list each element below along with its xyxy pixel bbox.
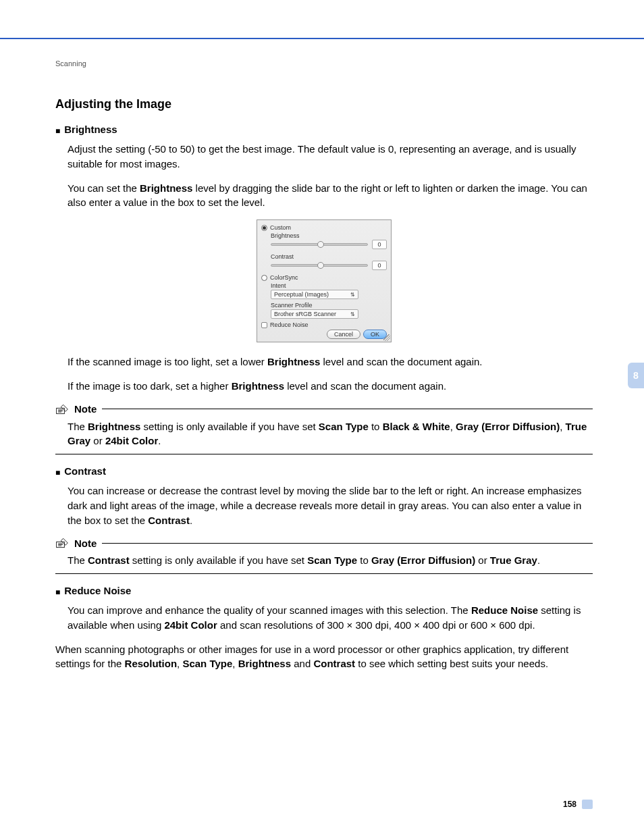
scanner-profile-value: Brother sRGB Scanner — [274, 311, 336, 317]
page-title: Adjusting the Image — [55, 97, 593, 111]
colorsync-radio-label: ColorSync — [270, 274, 298, 281]
page-number: 158 — [563, 800, 576, 809]
note-label: Note — [74, 403, 97, 415]
closing-paragraph: When scanning photographs or other image… — [55, 642, 593, 672]
scanner-profile-select[interactable]: Brother sRGB Scanner ⇅ — [271, 309, 358, 319]
updown-arrow-icon: ⇅ — [350, 292, 355, 298]
note-contrast: Note The Contrast setting is only availa… — [55, 537, 593, 574]
note-rule — [102, 409, 593, 409]
reduce-noise-p1: You can improve and enhance the quality … — [68, 603, 593, 633]
contrast-heading-text: Contrast — [64, 465, 106, 477]
reduce-noise-label: Reduce Noise — [270, 321, 308, 328]
page-number-accent — [582, 800, 593, 809]
intent-select[interactable]: Perceptual (Images) ⇅ — [271, 290, 358, 299]
contrast-slider[interactable] — [271, 264, 368, 267]
note-label: Note — [74, 538, 97, 549]
page-content: Scanning Adjusting the Image ■ Brightnes… — [0, 39, 644, 671]
square-bullet-icon: ■ — [55, 127, 60, 135]
custom-radio-label: Custom — [270, 224, 291, 231]
scanner-profile-label: Scanner Profile — [271, 302, 387, 309]
radio-dot-icon — [261, 225, 267, 231]
intent-label: Intent — [271, 282, 387, 289]
radio-dot-icon — [261, 275, 267, 281]
page-footer: 158 — [563, 800, 593, 809]
brightness-slider[interactable] — [271, 243, 368, 246]
cancel-button[interactable]: Cancel — [327, 330, 360, 339]
contrast-p1: You can increase or decrease the contras… — [68, 484, 593, 527]
resize-grip-icon — [383, 334, 390, 341]
top-border — [0, 0, 644, 39]
note-divider — [55, 454, 593, 454]
note-pencil-icon — [55, 537, 69, 549]
note-brightness: Note The Brightness setting is only avai… — [55, 403, 593, 455]
square-bullet-icon: ■ — [55, 469, 60, 477]
brightness-p3: If the scanned image is too light, set a… — [68, 355, 593, 369]
checkbox-icon — [261, 322, 267, 328]
note-divider — [55, 573, 593, 574]
note-brightness-body: The Brightness setting is only available… — [68, 419, 593, 449]
brightness-heading-text: Brightness — [64, 124, 117, 135]
intent-select-value: Perceptual (Images) — [274, 291, 329, 298]
contrast-value-input[interactable]: 0 — [372, 261, 387, 270]
brightness-slider-label: Brightness — [271, 232, 387, 239]
note-pencil-icon — [55, 403, 69, 415]
brightness-p1: Adjust the setting (-50 to 50) to get th… — [68, 142, 593, 172]
contrast-heading: ■ Contrast — [55, 465, 593, 477]
custom-radio[interactable]: Custom — [261, 224, 387, 231]
reduce-noise-heading-text: Reduce Noise — [64, 585, 131, 596]
brightness-heading: ■ Brightness — [55, 124, 593, 135]
slider-thumb-icon — [317, 262, 324, 269]
reduce-noise-checkbox[interactable]: Reduce Noise — [261, 321, 387, 328]
brightness-p2: You can set the Brightness level by drag… — [68, 181, 593, 211]
updown-arrow-icon: ⇅ — [350, 311, 355, 317]
settings-dialog: Custom Brightness 0 Contrast 0 ColorSync… — [257, 219, 392, 342]
reduce-noise-heading: ■ Reduce Noise — [55, 585, 593, 596]
note-contrast-body: The Contrast setting is only available i… — [68, 553, 593, 568]
square-bullet-icon: ■ — [55, 588, 60, 596]
colorsync-radio[interactable]: ColorSync — [261, 274, 387, 281]
brightness-value-input[interactable]: 0 — [372, 240, 387, 249]
contrast-slider-label: Contrast — [271, 253, 387, 260]
breadcrumb: Scanning — [55, 59, 593, 68]
slider-thumb-icon — [317, 241, 324, 248]
note-rule — [102, 543, 593, 544]
brightness-p4: If the image is too dark, set a higher B… — [68, 379, 593, 394]
settings-dialog-screenshot: Custom Brightness 0 Contrast 0 ColorSync… — [257, 219, 392, 342]
